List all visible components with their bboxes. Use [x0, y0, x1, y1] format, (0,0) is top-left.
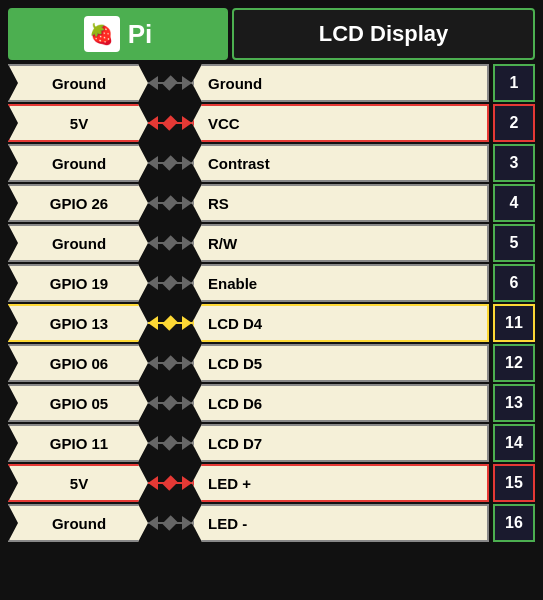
pin-cell: 15 [493, 464, 535, 502]
pi-logo: 🍓 [84, 16, 120, 52]
pi-cell: Ground [8, 64, 148, 102]
table-row: Ground LED -16 [8, 504, 535, 542]
pin-cell: 2 [493, 104, 535, 142]
connector [148, 64, 192, 102]
svg-marker-30 [182, 356, 192, 370]
svg-marker-9 [148, 156, 158, 170]
pin-cell: 1 [493, 64, 535, 102]
svg-marker-41 [148, 476, 158, 490]
svg-rect-43 [162, 475, 178, 491]
data-rows: Ground Ground15V VCC2Ground Contrast3GPI… [8, 64, 535, 542]
pin-cell: 12 [493, 344, 535, 382]
table-row: Ground Ground1 [8, 64, 535, 102]
pin-cell: 13 [493, 384, 535, 422]
svg-rect-11 [162, 155, 178, 171]
svg-marker-2 [182, 76, 192, 90]
svg-marker-6 [182, 116, 192, 130]
svg-marker-5 [148, 116, 158, 130]
svg-marker-1 [148, 76, 158, 90]
pi-cell: 5V [8, 104, 148, 142]
main-container: 🍓 Pi LCD Display Ground Ground15V VCC2Gr… [8, 8, 535, 542]
svg-marker-34 [182, 396, 192, 410]
pi-cell: GPIO 19 [8, 264, 148, 302]
connector [148, 264, 192, 302]
svg-marker-22 [182, 276, 192, 290]
connector [148, 384, 192, 422]
svg-marker-10 [182, 156, 192, 170]
connector [148, 504, 192, 542]
lcd-header: LCD Display [232, 8, 535, 60]
lcd-cell: Ground [192, 64, 489, 102]
lcd-cell: LED - [192, 504, 489, 542]
lcd-cell: LCD D6 [192, 384, 489, 422]
table-row: GPIO 26 RS4 [8, 184, 535, 222]
lcd-cell: Enable [192, 264, 489, 302]
lcd-cell: Contrast [192, 144, 489, 182]
svg-marker-14 [182, 196, 192, 210]
table-row: GPIO 05 LCD D613 [8, 384, 535, 422]
svg-marker-29 [148, 356, 158, 370]
connector [148, 464, 192, 502]
pin-cell: 11 [493, 304, 535, 342]
table-row: Ground R/W5 [8, 224, 535, 262]
connector [148, 344, 192, 382]
svg-rect-15 [162, 195, 178, 211]
svg-marker-37 [148, 436, 158, 450]
svg-rect-23 [162, 275, 178, 291]
pi-header: 🍓 Pi [8, 8, 228, 60]
pin-cell: 6 [493, 264, 535, 302]
connector [148, 304, 192, 342]
lcd-cell: RS [192, 184, 489, 222]
svg-marker-26 [182, 316, 192, 330]
svg-marker-25 [148, 316, 158, 330]
svg-rect-39 [162, 435, 178, 451]
svg-marker-17 [148, 236, 158, 250]
svg-rect-47 [162, 515, 178, 531]
table-row: Ground Contrast3 [8, 144, 535, 182]
pi-cell: GPIO 26 [8, 184, 148, 222]
svg-rect-35 [162, 395, 178, 411]
pin-cell: 4 [493, 184, 535, 222]
svg-marker-21 [148, 276, 158, 290]
lcd-cell: LCD D7 [192, 424, 489, 462]
connector [148, 224, 192, 262]
table-row: GPIO 11 LCD D714 [8, 424, 535, 462]
svg-marker-46 [182, 516, 192, 530]
pin-cell: 5 [493, 224, 535, 262]
pi-title: Pi [128, 19, 153, 50]
pi-cell: Ground [8, 144, 148, 182]
connector [148, 104, 192, 142]
svg-rect-31 [162, 355, 178, 371]
lcd-cell: LCD D4 [192, 304, 489, 342]
lcd-cell: LED + [192, 464, 489, 502]
pi-cell: Ground [8, 504, 148, 542]
pin-cell: 16 [493, 504, 535, 542]
svg-marker-38 [182, 436, 192, 450]
table-row: GPIO 13 LCD D411 [8, 304, 535, 342]
svg-marker-45 [148, 516, 158, 530]
connector [148, 144, 192, 182]
pin-cell: 3 [493, 144, 535, 182]
lcd-cell: LCD D5 [192, 344, 489, 382]
svg-marker-13 [148, 196, 158, 210]
svg-rect-19 [162, 235, 178, 251]
table-row: 5V VCC2 [8, 104, 535, 142]
connector [148, 184, 192, 222]
svg-rect-3 [162, 75, 178, 91]
svg-marker-42 [182, 476, 192, 490]
pi-cell: 5V [8, 464, 148, 502]
table-row: GPIO 19 Enable6 [8, 264, 535, 302]
svg-marker-33 [148, 396, 158, 410]
pi-cell: GPIO 13 [8, 304, 148, 342]
header-row: 🍓 Pi LCD Display [8, 8, 535, 60]
svg-rect-7 [162, 115, 178, 131]
pi-cell: GPIO 11 [8, 424, 148, 462]
pi-cell: GPIO 05 [8, 384, 148, 422]
lcd-cell: R/W [192, 224, 489, 262]
table-row: 5V LED +15 [8, 464, 535, 502]
pin-cell: 14 [493, 424, 535, 462]
lcd-cell: VCC [192, 104, 489, 142]
pi-cell: GPIO 06 [8, 344, 148, 382]
svg-rect-27 [162, 315, 178, 331]
connector [148, 424, 192, 462]
